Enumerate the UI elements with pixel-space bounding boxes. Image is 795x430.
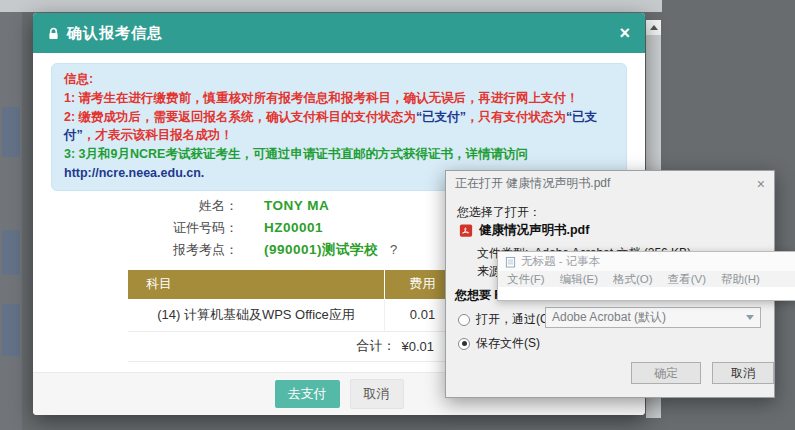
name-label: 姓名： [33,197,238,215]
notepad-content-area[interactable] [498,287,795,300]
download-dialog-titlebar[interactable]: 正在打开 健康情况声明书.pdf × [446,171,774,196]
info-line-1: 1: 请考生在进行缴费前，慎重核对所有报考信息和报考科目，确认无误后，再进行网上… [64,89,614,108]
open-with-radio-row[interactable]: 打开，通过(O) [458,311,553,328]
menu-view[interactable]: 查看(V) [668,272,706,287]
notepad-title: 无标题 - 记事本 [521,254,600,269]
info-line-2: 2: 缴费成功后，需要返回报名系统，确认支付科目的支付状态为“已支付”，只有支付… [64,108,614,146]
fee-table: 科目 费用 (14) 计算机基础及WPS Office应用 0.01 合计： ¥… [128,270,460,362]
id-number-value: HZ00001 [264,220,323,235]
total-label: 合计： [356,337,395,355]
close-icon[interactable]: × [757,176,765,192]
menu-edit[interactable]: 编辑(E) [560,272,598,287]
open-with-selected-value: Adobe Acrobat (默认) [552,309,666,326]
background-content-block [2,107,20,157]
info-heading: 信息: [64,70,614,89]
open-with-select[interactable]: Adobe Acrobat (默认) [545,307,761,328]
close-icon[interactable]: × [619,24,630,42]
file-name: 健康情况声明书.pdf [479,222,589,239]
cancel-button[interactable]: 取消 [350,379,404,409]
chevron-up-icon [650,25,658,30]
menu-file[interactable]: 文件(F) [507,272,545,287]
exam-site-suffix: ? [390,242,397,257]
ncre-link[interactable]: http://ncre.neea.edu.cn. [64,166,204,180]
ok-button[interactable]: 确定 [631,362,701,384]
dialog-cancel-button[interactable]: 取消 [712,362,774,384]
notepad-icon [505,256,516,268]
pdf-file-icon [459,223,473,238]
dialog-title: 确认报考信息 [67,24,163,43]
lock-icon [48,27,59,40]
menu-format[interactable]: 格式(O) [613,272,653,287]
chevron-down-icon [746,315,754,320]
id-number-label: 证件号码： [33,219,238,237]
total-row: 合计： ¥0.01 [128,332,460,362]
menu-help[interactable]: 帮助(H) [721,272,760,287]
notepad-titlebar[interactable]: 无标题 - 记事本 [498,252,795,271]
background-page-top [0,0,662,12]
dialog-header: 确认报考信息 × [33,13,645,53]
pay-button[interactable]: 去支付 [275,380,340,408]
chose-open-label: 您选择了打开： [457,204,541,221]
total-value: ¥0.01 [401,339,434,354]
column-subject: 科目 [128,270,384,299]
open-with-label: 打开，通过(O) [476,311,553,328]
open-with-radio[interactable] [458,314,470,326]
exam-site-value: (990001)测试学校 [264,241,378,259]
name-value: TONY MA [264,198,329,213]
file-row: 健康情况声明书.pdf [459,222,589,239]
fee-table-header: 科目 费用 [128,270,460,299]
save-file-radio-row[interactable]: 保存文件(S) [458,335,540,352]
download-dialog-title: 正在打开 健康情况声明书.pdf [455,175,610,192]
scrollbar-up-button[interactable] [646,20,661,35]
table-row: (14) 计算机基础及WPS Office应用 0.01 [128,299,460,332]
notepad-menubar: 文件(F) 编辑(E) 格式(O) 查看(V) 帮助(H) [498,271,795,287]
subject-cell: (14) 计算机基础及WPS Office应用 [128,299,384,331]
save-file-radio[interactable] [458,338,470,350]
notepad-window: 无标题 - 记事本 文件(F) 编辑(E) 格式(O) 查看(V) 帮助(H) [497,251,795,301]
background-content-block [2,230,20,275]
background-content-block [2,304,20,356]
save-file-label: 保存文件(S) [476,335,540,352]
exam-site-label: 报考考点： [33,241,238,259]
background-page-left [0,12,22,430]
